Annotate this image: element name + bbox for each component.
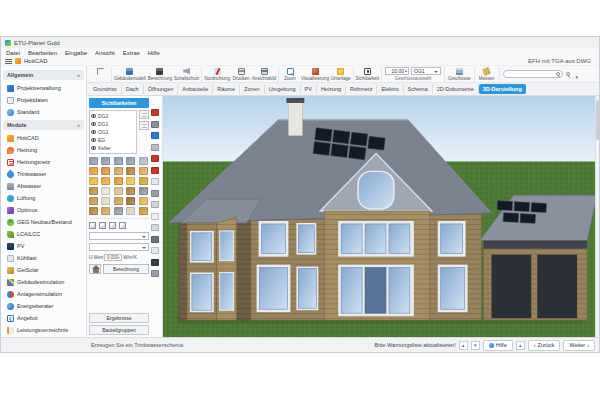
tab-pv[interactable]: PV [301,84,317,94]
dach-tool-13-icon[interactable] [114,177,123,185]
gebaeudemodell-button[interactable]: Gebäudemodell [114,67,146,81]
dach-tool-25-icon[interactable] [139,197,148,205]
layer-grid-button-1[interactable] [139,110,149,119]
copy-icon[interactable] [151,201,159,208]
tab-zonen[interactable]: Zonen [240,84,265,94]
visibility-icon[interactable] [151,270,159,277]
layer-grid-button-2[interactable] [139,121,149,130]
tab-anbauteile[interactable]: Anbauteile [178,84,213,94]
tab-2d-dokumente[interactable]: 2D-Dokumente [433,84,479,94]
menu-item-hilfe[interactable]: Hilfe [148,50,160,56]
berechnung-button[interactable]: Berechnung [103,264,149,274]
material-dropdown[interactable] [89,232,149,240]
search-button[interactable] [566,72,570,76]
dach-tool-8-icon[interactable] [114,167,123,175]
sidebar-item-leaf[interactable]: LCA/LCC [3,228,84,240]
layer-row-eg[interactable]: EG [91,136,135,144]
tab-umgebung[interactable]: Umgebung [265,84,301,94]
dach-tool-26-icon[interactable] [89,207,98,215]
outline-shape-icon[interactable] [151,178,159,185]
tab-schema[interactable]: Schema [404,84,433,94]
dach-tool-19-icon[interactable] [126,187,135,195]
canvas-scrollbar[interactable] [595,96,599,337]
view-cube-icon-3[interactable] [109,222,116,229]
ergebnisse-button[interactable]: Ergebnisse [89,313,149,323]
tab-r-ume[interactable]: Räume [213,84,240,94]
menu-item-ansicht[interactable]: Ansicht [95,50,115,56]
berechnung-button[interactable]: Berechnung [148,67,172,81]
tab-elektro[interactable]: Elektro [377,84,403,94]
visibility-eye-icon[interactable] [91,138,96,142]
sidebar-group-allgemein[interactable]: Allgemein [3,70,84,80]
storey-height-input[interactable]: 10,00 [385,67,409,75]
sichtbarkeit-button[interactable]: Sichtbarkeit [356,67,380,81]
layer-row-keller[interactable]: Keller [91,144,135,152]
layer-row-dg1[interactable]: DG1 [91,120,135,128]
tab-rohrnetz[interactable]: Rohrnetz [346,84,377,94]
view-cube-icon-2[interactable] [99,222,106,229]
sidebar-item-pv[interactable]: PV [3,240,84,252]
view-cube-icon-1[interactable] [89,222,96,229]
tab--ffnungen[interactable]: Öffnungen [144,84,179,94]
sidebar-item-fan[interactable]: Lüftung [3,192,84,204]
building-gray-icon[interactable] [151,190,159,197]
dach-tool-2-icon[interactable] [101,157,110,165]
frame-icon[interactable] [151,247,159,254]
dach-tool-7-icon[interactable] [101,167,110,175]
zurueck-button[interactable]: Zurück [528,340,561,351]
view-cube-icon-4[interactable] [119,222,126,229]
warning-up-button[interactable] [459,341,468,350]
zoom-button[interactable]: Zoom [281,67,299,81]
sidebar-item-hottcad[interactable]: HottCAD [3,132,84,144]
dach-tool-18-icon[interactable] [114,187,123,195]
dach-tool-11-icon[interactable] [89,177,98,185]
sidebar-item-project-admin[interactable]: Projektverwaltung [3,82,84,94]
dach-tool-17-icon[interactable] [101,187,110,195]
sidebar-item-pipes[interactable]: Heizungsnetz [3,156,84,168]
dach-tool-3-icon[interactable] [114,157,123,165]
geschosse-button[interactable]: Geschosse [448,67,471,81]
hilfe-button[interactable]: Hilfe [483,340,513,351]
sidebar-item-project-data[interactable]: Projektdaten [3,94,84,106]
dach-tool-12-icon[interactable] [101,177,110,185]
visibility-eye-icon[interactable] [91,114,96,118]
dach-tool-1-icon[interactable] [89,157,98,165]
sidebar-item-geg[interactable]: GEG Neubau/Bestand [3,216,84,228]
layer-row-og1[interactable]: OG1 [91,128,135,136]
dach-tool-21-icon[interactable] [89,197,98,205]
menu-item-eingabe[interactable]: Eingabe [65,50,87,56]
nordrichtung-button[interactable]: Nordrichtung [204,67,230,81]
menu-item-extras[interactable]: Extras [123,50,140,56]
sidebar-group-module[interactable]: Module [3,120,84,130]
dach-tool-14-icon[interactable] [126,177,135,185]
dach-tool-16-icon[interactable] [89,187,98,195]
visibility-eye-icon[interactable] [91,146,96,150]
warning-down-button[interactable] [471,341,480,350]
sidebar-item-getsolar[interactable]: GetSolar [3,264,84,276]
weiter-button[interactable]: Weiter [563,340,595,351]
home-view-button[interactable] [89,264,101,274]
visualisierung-button[interactable]: Visualisierung [301,67,329,81]
drucken-button[interactable]: Drucken [232,67,250,81]
sidebar-item-optimus[interactable]: Optimus [3,204,84,216]
sidebar-item-snow[interactable]: Kühllast [3,252,84,264]
storey-dropdown[interactable]: OG1 [411,67,441,75]
sidebar-item-building-sim[interactable]: Gebäudesimulation [3,276,84,288]
3d-viewport[interactable] [163,96,599,337]
delete-icon[interactable] [151,259,159,266]
3d-scene[interactable] [163,96,599,337]
sidebar-item-list[interactable]: Leistungsverzeichnis [3,324,84,336]
polygon-icon[interactable] [151,224,159,231]
tab-heizung[interactable]: Heizung [317,84,346,94]
sidebar-item-system-sim[interactable]: Anlagensimulation [3,288,84,300]
sidebar-item-energy[interactable]: Energieberater [3,300,84,312]
split-color-icon[interactable] [151,109,159,116]
dach-tool-29-icon[interactable] [126,207,135,215]
sidebar-item-globe[interactable]: Standard [3,106,84,118]
dach-tool-22-icon[interactable] [101,197,110,205]
tab-3d-darstellung[interactable]: 3D-Darstellung [479,84,526,94]
roof-red-icon[interactable] [151,167,159,174]
visibility-eye-icon[interactable] [91,122,96,126]
dach-tool-23-icon[interactable] [114,197,123,205]
search-input[interactable] [503,70,563,78]
